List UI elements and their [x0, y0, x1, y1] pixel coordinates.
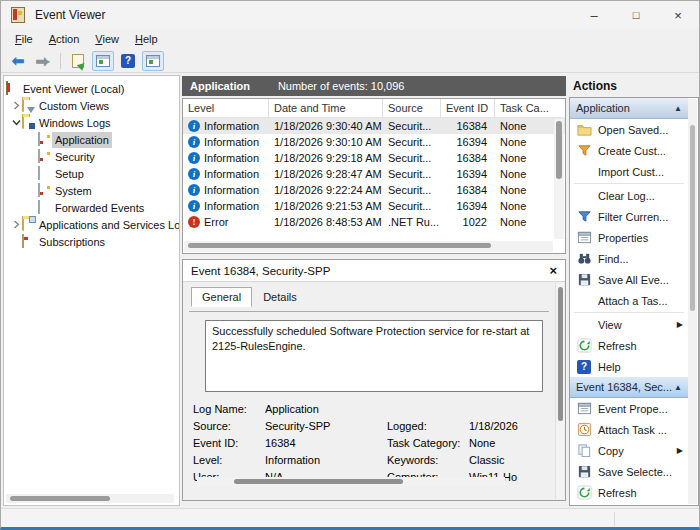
action-create-custom-view[interactable]: Create Cust... [570, 140, 688, 161]
action-attach-task[interactable]: Attach a Tas... [570, 290, 688, 311]
table-row[interactable]: iInformation 1/18/2026 9:22:24 AM Securi… [183, 182, 565, 198]
event-fields: Log Name: Application Source: Security-S… [193, 400, 547, 485]
level-value: Information [265, 454, 385, 466]
table-vscrollbar-thumb[interactable] [556, 121, 562, 179]
collapse-icon[interactable]: ▲ [674, 104, 682, 113]
actions-vertical-scrollbar[interactable] [688, 99, 697, 504]
preview-vertical-scrollbar[interactable] [555, 283, 564, 499]
console-tree-panel: Event Viewer (Local) Custom Views Window… [3, 75, 180, 506]
help-icon: ? [121, 54, 135, 68]
action-clear-log[interactable]: Clear Log... [570, 185, 688, 206]
preview-header: Event 16384, Security-SPP × [183, 260, 565, 282]
event-id-label: Event ID: [193, 437, 265, 449]
menu-view[interactable]: View [87, 31, 127, 47]
action-help[interactable]: ? Help [570, 356, 688, 377]
keywords-label: Keywords: [387, 454, 469, 466]
actions-section-application[interactable]: Application ▲ [570, 98, 688, 119]
info-icon: i [188, 152, 200, 164]
back-button[interactable]: ⬅ [7, 51, 29, 71]
event-viewer-icon [6, 81, 8, 95]
preview-vscrollbar-thumb[interactable] [558, 287, 563, 421]
action-attach-task-to-event[interactable]: Attach Task ... [570, 419, 688, 440]
close-button[interactable]: × [657, 1, 699, 29]
tree-item-applications-services-logs[interactable]: Applications and Services Log [4, 216, 179, 233]
help-button[interactable]: ? [117, 51, 139, 71]
table-vertical-scrollbar[interactable] [554, 119, 564, 239]
info-icon: i [188, 120, 200, 132]
setup-log-icon [38, 166, 40, 180]
action-event-properties[interactable]: Event Prope... [570, 398, 688, 419]
actions-divider [574, 312, 684, 313]
action-refresh[interactable]: Refresh [570, 335, 688, 356]
action-import-custom-view[interactable]: Import Cust... [570, 161, 688, 182]
column-header-eventid[interactable]: Event ID [441, 99, 495, 117]
minimize-button[interactable]: – [573, 1, 615, 29]
table-row[interactable]: !Error 1/18/2026 8:48:53 AM .NET Ru... 1… [183, 214, 565, 230]
logged-label: Logged: [387, 420, 469, 432]
task-category-value: None [469, 437, 547, 449]
refresh-icon [577, 485, 592, 500]
actions-list: Application ▲ Open Saved... Create Cust.… [569, 97, 699, 506]
column-header-level[interactable]: Level [183, 99, 269, 117]
action-save-all-events[interactable]: Save All Eve... [570, 269, 688, 290]
chevron-right-icon[interactable] [10, 219, 22, 231]
export-button[interactable] [67, 51, 89, 71]
tree-item-security[interactable]: Security [4, 148, 179, 165]
action-pane-toggle-button[interactable] [142, 51, 164, 71]
column-header-datetime[interactable]: Date and Time [269, 99, 383, 117]
tab-details[interactable]: Details [252, 287, 308, 307]
forward-button[interactable]: ⮕ [32, 51, 54, 71]
tab-general[interactable]: General [191, 287, 252, 307]
action-filter-current-log[interactable]: Filter Curren... [570, 206, 688, 227]
maximize-button[interactable]: □ [615, 1, 657, 29]
event-id-value: 16384 [265, 437, 385, 449]
column-header-taskcategory[interactable]: Task Ca... [495, 99, 565, 117]
actions-section-event[interactable]: Event 16384, Sec... ▲ [570, 377, 688, 398]
menu-action[interactable]: Action [41, 31, 88, 47]
preview-close-icon[interactable]: × [549, 264, 557, 277]
action-copy[interactable]: Copy ▶ [570, 440, 688, 461]
action-view-submenu[interactable]: View ▶ [570, 314, 688, 335]
table-row[interactable]: iInformation 1/18/2026 9:30:40 AM Securi… [183, 118, 565, 134]
console-tree-toggle-button[interactable] [92, 51, 114, 71]
collapse-icon[interactable]: ▲ [674, 383, 682, 392]
menu-file[interactable]: File [7, 31, 41, 47]
actions-vscrollbar-thumb[interactable] [690, 125, 695, 311]
tree-item-forwarded-events[interactable]: Forwarded Events [4, 199, 179, 216]
tree-item-subscriptions[interactable]: Subscriptions [4, 233, 179, 250]
open-folder-icon [577, 122, 592, 137]
tree-item-windows-logs[interactable]: Windows Logs [4, 114, 179, 131]
chevron-right-icon[interactable] [10, 100, 22, 112]
table-hscrollbar-thumb[interactable] [188, 243, 491, 248]
console-tree-icon [96, 55, 110, 67]
action-save-selected-events[interactable]: Save Selecte... [570, 461, 688, 482]
app-icon [11, 7, 25, 23]
actions-pane: Actions Application ▲ Open Saved... Crea… [569, 75, 699, 506]
tree-item-custom-views[interactable]: Custom Views [4, 97, 179, 114]
menu-help[interactable]: Help [127, 31, 166, 47]
column-header-source[interactable]: Source [383, 99, 441, 117]
tree-item-system[interactable]: System [4, 182, 179, 199]
tree-horizontal-scrollbar[interactable] [6, 494, 174, 503]
preview-hscrollbar-thumb[interactable] [234, 479, 403, 484]
action-find[interactable]: Find... [570, 248, 688, 269]
action-pane-icon [146, 55, 160, 67]
action-properties[interactable]: Properties [570, 227, 688, 248]
tree-item-event-viewer-local[interactable]: Event Viewer (Local) [4, 80, 179, 97]
action-refresh-event[interactable]: Refresh [570, 482, 688, 503]
chevron-down-icon[interactable] [10, 117, 22, 129]
tree-item-setup[interactable]: Setup [4, 165, 179, 182]
table-row[interactable]: iInformation 1/18/2026 9:30:10 AM Securi… [183, 134, 565, 150]
table-row[interactable]: iInformation 1/18/2026 9:28:47 AM Securi… [183, 166, 565, 182]
preview-horizontal-scrollbar[interactable] [197, 477, 505, 486]
table-row[interactable]: iInformation 1/18/2026 9:29:18 AM Securi… [183, 150, 565, 166]
table-row[interactable]: iInformation 1/18/2026 9:21:53 AM Securi… [183, 198, 565, 214]
action-open-saved-log[interactable]: Open Saved... [570, 119, 688, 140]
back-icon: ⬅ [12, 53, 25, 68]
tree-scrollbar-thumb[interactable] [10, 496, 110, 501]
tab-divider [189, 311, 549, 312]
table-horizontal-scrollbar[interactable] [184, 241, 553, 252]
log-name-value: Application [265, 403, 385, 415]
tree-item-application[interactable]: Application [4, 131, 179, 148]
info-icon: i [188, 184, 200, 196]
